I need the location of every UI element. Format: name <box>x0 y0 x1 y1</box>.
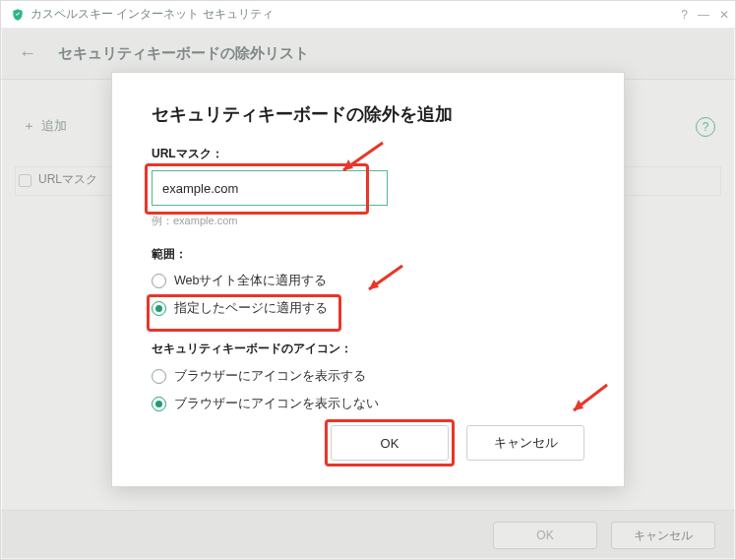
radio-icon <box>152 301 166 316</box>
modal-cancel-label: キャンセル <box>494 434 558 452</box>
icon-show-label: ブラウザーにアイコンを表示する <box>174 368 366 385</box>
modal-footer: OK キャンセル <box>331 425 584 461</box>
icon-hide-label: ブラウザーにアイコンを表示しない <box>174 396 379 412</box>
icon-hide-row[interactable]: ブラウザーにアイコンを表示しない <box>152 395 584 414</box>
app-title: カスペルスキー インターネット セキュリティ <box>31 6 274 23</box>
scope-page-label: 指定したページに適用する <box>174 300 328 317</box>
url-mask-label: URLマスク： <box>152 146 584 162</box>
modal-title: セキュリティキーボードの除外を追加 <box>152 102 584 126</box>
radio-icon <box>152 274 166 288</box>
scope-site-row[interactable]: Webサイト全体に適用する <box>152 271 584 290</box>
add-exclusion-modal: セキュリティキーボードの除外を追加 URLマスク： 例：example.com … <box>111 72 625 487</box>
icon-label: セキュリティキーボードのアイコン： <box>152 341 584 357</box>
radio-icon <box>152 369 166 384</box>
close-icon[interactable]: ✕ <box>719 8 729 22</box>
modal-cancel-button[interactable]: キャンセル <box>466 425 584 461</box>
minimize-icon[interactable]: — <box>698 8 709 22</box>
modal-ok-label: OK <box>381 436 399 451</box>
radio-icon <box>152 397 166 411</box>
scope-page-row[interactable]: 指定したページに適用する <box>152 299 328 319</box>
scope-label: 範囲： <box>152 246 584 263</box>
icon-show-row[interactable]: ブラウザーにアイコンを表示する <box>152 367 584 387</box>
scope-site-label: Webサイト全体に適用する <box>174 273 327 289</box>
url-mask-input[interactable] <box>152 170 388 206</box>
help-icon[interactable]: ? <box>681 8 688 22</box>
url-mask-hint: 例：example.com <box>152 214 584 228</box>
titlebar: カスペルスキー インターネット セキュリティ ? — ✕ <box>1 1 735 29</box>
shield-icon <box>11 8 25 22</box>
modal-ok-button[interactable]: OK <box>331 425 449 461</box>
main-window: カスペルスキー インターネット セキュリティ ? — ✕ ← セキュリティキーボ… <box>0 0 736 560</box>
